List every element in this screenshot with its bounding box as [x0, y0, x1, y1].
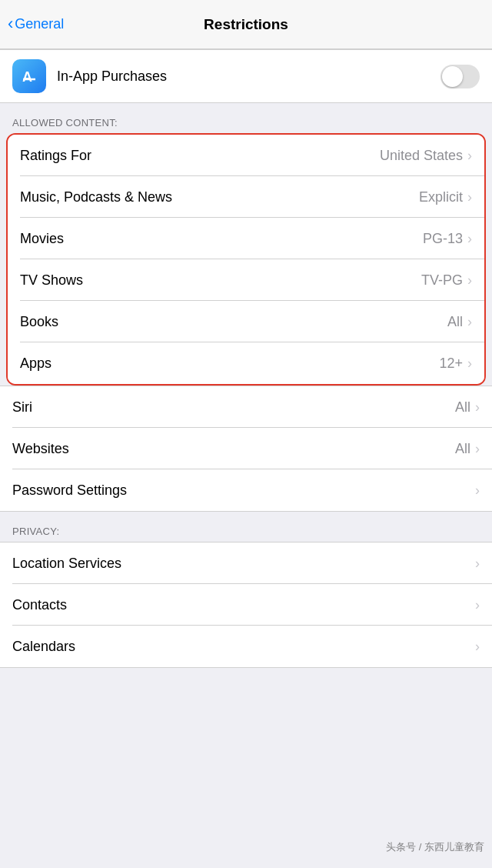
list-item-value: PG-13	[423, 231, 463, 247]
list-item-value: All	[447, 314, 463, 330]
back-button[interactable]: ‹ General	[8, 15, 64, 34]
list-item-value: All	[455, 441, 470, 457]
chevron-icon: ›	[467, 189, 472, 205]
privacy-section: PRIVACY: Location Services › Contacts › …	[0, 512, 492, 668]
list-item[interactable]: Password Settings ›	[0, 469, 492, 511]
inapp-toggle[interactable]	[440, 65, 480, 88]
app-store-icon: A	[12, 59, 46, 93]
list-item-label: Siri	[12, 399, 455, 416]
list-item-value: Explicit	[419, 189, 463, 205]
chevron-icon: ›	[475, 399, 480, 416]
list-item[interactable]: Location Services ›	[0, 542, 492, 584]
list-item[interactable]: Ratings For United States ›	[8, 135, 484, 176]
chevron-icon: ›	[467, 314, 472, 330]
back-chevron-icon: ‹	[8, 14, 13, 34]
chevron-icon: ›	[467, 272, 472, 289]
list-item-value: United States	[380, 148, 463, 164]
list-item[interactable]: Siri All ›	[0, 386, 492, 428]
allowed-content-list: Ratings For United States › Music, Podca…	[6, 133, 486, 386]
chevron-icon: ›	[475, 639, 480, 655]
list-item-label: Location Services	[12, 556, 475, 572]
back-label: General	[15, 16, 64, 32]
list-item-value: TV-PG	[421, 272, 463, 289]
chevron-icon: ›	[475, 556, 480, 572]
list-item-label: Ratings For	[20, 148, 380, 164]
list-item[interactable]: Calendars ›	[0, 626, 492, 667]
inapp-label: In-App Purchases	[57, 68, 430, 85]
list-item-label: Calendars	[12, 639, 475, 655]
list-item-label: Apps	[20, 356, 439, 372]
list-item[interactable]: Books All ›	[8, 301, 484, 342]
toggle-thumb	[442, 66, 463, 87]
list-item-value: All	[455, 399, 470, 416]
nav-bar: ‹ General Restrictions	[0, 0, 492, 49]
chevron-icon: ›	[475, 482, 480, 499]
list-item-label: Music, Podcasts & News	[20, 189, 419, 205]
list-item[interactable]: Contacts ›	[0, 584, 492, 626]
page-title: Restrictions	[204, 16, 288, 33]
chevron-icon: ›	[475, 597, 480, 613]
list-item[interactable]: Apps 12+ ›	[8, 342, 484, 384]
allowed-content-header: ALLOWED CONTENT:	[0, 103, 492, 133]
allowed-content-section: ALLOWED CONTENT: Ratings For United Stat…	[0, 103, 492, 386]
chevron-icon: ›	[467, 356, 472, 372]
chevron-icon: ›	[467, 148, 472, 164]
list-item[interactable]: Movies PG-13 ›	[8, 218, 484, 259]
list-item[interactable]: TV Shows TV-PG ›	[8, 259, 484, 301]
inapp-row[interactable]: A In-App Purchases	[0, 49, 492, 103]
privacy-list: Location Services › Contacts › Calendars…	[0, 542, 492, 668]
list-item-label: Websites	[12, 441, 455, 457]
other-list: Siri All › Websites All › Password Setti…	[0, 386, 492, 512]
watermark: 头条号 / 东西儿童教育	[386, 840, 484, 854]
list-item-label: Movies	[20, 231, 423, 247]
list-item[interactable]: Websites All ›	[0, 428, 492, 469]
list-item[interactable]: Music, Podcasts & News Explicit ›	[8, 176, 484, 218]
chevron-icon: ›	[475, 441, 480, 457]
svg-text:A: A	[22, 69, 32, 85]
chevron-icon: ›	[467, 231, 472, 247]
privacy-header: PRIVACY:	[0, 512, 492, 542]
list-item-label: TV Shows	[20, 272, 421, 289]
inapp-section: A In-App Purchases	[0, 49, 492, 103]
list-item-value: 12+	[439, 356, 463, 372]
list-item-label: Password Settings	[12, 482, 475, 499]
list-item-label: Contacts	[12, 597, 475, 613]
list-item-label: Books	[20, 314, 447, 330]
other-items-section: Siri All › Websites All › Password Setti…	[0, 386, 492, 512]
